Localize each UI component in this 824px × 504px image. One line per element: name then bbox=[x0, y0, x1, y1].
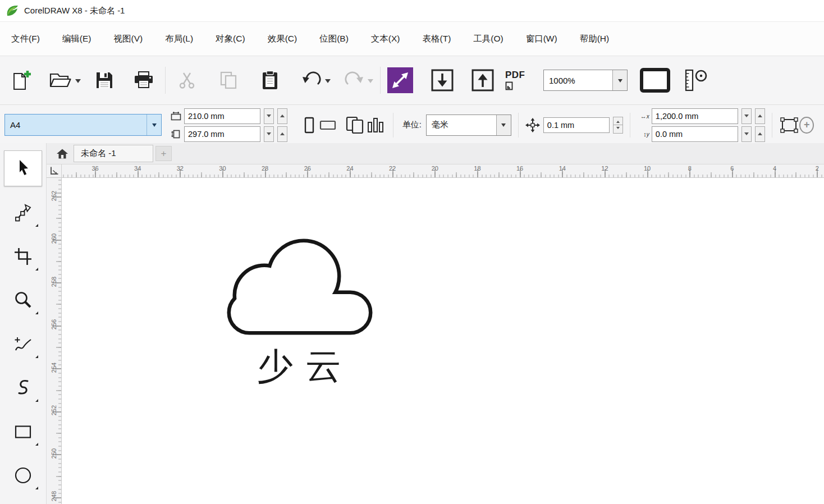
separator bbox=[165, 67, 166, 94]
nudge-decrease-button[interactable] bbox=[613, 125, 623, 134]
horizontal-ruler[interactable]: 36343230282624222018161412108642 bbox=[62, 164, 824, 178]
nudge-spinner bbox=[613, 117, 623, 134]
print-button[interactable] bbox=[129, 63, 158, 98]
all-pages-icon bbox=[345, 116, 365, 135]
crop-tool-icon bbox=[13, 246, 33, 267]
ruler-origin-button[interactable] bbox=[47, 164, 62, 178]
menu-item-window[interactable]: 窗口(W) bbox=[526, 33, 557, 45]
shape-tool-icon bbox=[13, 203, 33, 223]
separator bbox=[393, 113, 393, 138]
zoom-tool[interactable] bbox=[4, 283, 42, 318]
horizontal-ruler-number: 8 bbox=[688, 165, 692, 172]
freehand-tool[interactable] bbox=[4, 327, 42, 361]
cut-button[interactable] bbox=[172, 63, 202, 98]
horizontal-ruler-number: 32 bbox=[177, 165, 184, 172]
menu-item-file[interactable]: 文件(F) bbox=[11, 33, 40, 45]
units-dropdown-arrow[interactable] bbox=[496, 115, 511, 135]
bezier-tool[interactable] bbox=[4, 370, 42, 405]
open-dropdown-arrow[interactable] bbox=[75, 79, 81, 86]
new-document-button[interactable] bbox=[7, 63, 37, 98]
tab-untitled-1[interactable]: 未命名 -1 bbox=[74, 145, 153, 162]
copy-button[interactable] bbox=[214, 63, 243, 98]
quick-customize-icon: + bbox=[804, 120, 810, 130]
units-combobox[interactable]: 毫米 bbox=[426, 114, 511, 136]
property-bar: A4 210.0 mm 297. bbox=[0, 105, 824, 145]
menu-item-text[interactable]: 文本(X) bbox=[371, 33, 400, 45]
redo-button[interactable] bbox=[341, 63, 368, 98]
quick-customize-button[interactable]: + bbox=[799, 117, 814, 134]
pick-tool[interactable] bbox=[4, 150, 42, 186]
menu-item-bitmaps[interactable]: 位图(B) bbox=[319, 33, 349, 45]
publish-pdf-button[interactable]: PDF bbox=[505, 63, 538, 98]
undo-dropdown-arrow[interactable] bbox=[325, 79, 331, 86]
zoom-dropdown-arrow[interactable] bbox=[612, 70, 627, 90]
page-width-decrease-button[interactable] bbox=[264, 108, 274, 124]
landscape-button[interactable] bbox=[318, 113, 337, 138]
cloud-label-text[interactable]: 少云 bbox=[226, 346, 373, 386]
open-button[interactable] bbox=[46, 63, 75, 98]
home-button[interactable] bbox=[53, 146, 71, 162]
rectangle-tool[interactable] bbox=[4, 414, 42, 449]
portrait-button[interactable] bbox=[300, 113, 318, 138]
units-label: 单位: bbox=[402, 120, 422, 130]
page-height-increase-button[interactable] bbox=[277, 126, 287, 142]
export-button[interactable] bbox=[468, 63, 497, 98]
horizontal-ruler-number: 30 bbox=[219, 165, 226, 172]
menu-item-object[interactable]: 对象(C) bbox=[216, 33, 245, 45]
canvas[interactable]: 少云 bbox=[62, 178, 824, 504]
page-height-input[interactable]: 297.0 mm bbox=[184, 126, 260, 142]
page-size-dropdown-arrow[interactable] bbox=[147, 114, 161, 135]
menu-item-table[interactable]: 表格(T) bbox=[423, 33, 451, 45]
fullscreen-preview-button[interactable] bbox=[640, 63, 670, 98]
bezier-tool-icon bbox=[13, 378, 33, 398]
all-pages-button[interactable] bbox=[345, 112, 366, 139]
duplicate-x-icon: ↔x bbox=[637, 113, 649, 120]
page-size-combobox[interactable]: A4 bbox=[4, 114, 162, 136]
page-height-decrease-button[interactable] bbox=[264, 126, 274, 142]
new-document-icon bbox=[11, 69, 33, 91]
duplicate-x-increase-button[interactable] bbox=[755, 108, 765, 124]
document-tab-bar: 未命名 -1 + bbox=[47, 143, 824, 164]
cut-icon bbox=[178, 71, 196, 89]
save-button[interactable] bbox=[90, 63, 119, 98]
page-dimensions: 210.0 mm 297.0 mm bbox=[171, 108, 287, 142]
undo-button[interactable] bbox=[298, 63, 325, 98]
page-width-input[interactable]: 210.0 mm bbox=[184, 108, 260, 124]
shape-tool[interactable] bbox=[4, 195, 42, 230]
duplicate-y-input[interactable]: 0.0 mm bbox=[652, 126, 738, 142]
tab-label: 未命名 -1 bbox=[81, 148, 116, 159]
crop-tool[interactable] bbox=[4, 239, 42, 274]
menu-item-edit[interactable]: 编辑(E) bbox=[62, 33, 91, 45]
menu-item-view[interactable]: 视图(V) bbox=[113, 33, 143, 45]
coreldraw-logo-icon bbox=[6, 4, 19, 17]
ellipse-tool[interactable] bbox=[4, 458, 42, 493]
vertical-ruler[interactable]: 262260258256254252250248 bbox=[47, 178, 62, 504]
zoom-level-combobox[interactable]: 1000% bbox=[543, 70, 628, 91]
duplicate-x-input[interactable]: 1,200.0 mm bbox=[652, 108, 738, 124]
horizontal-ruler-number: 34 bbox=[134, 165, 141, 172]
duplicate-y-value: 0.0 mm bbox=[656, 130, 683, 139]
page-width-increase-button[interactable] bbox=[277, 108, 287, 124]
show-rulers-button[interactable] bbox=[680, 63, 711, 98]
document-area: 未命名 -1 + 3634323028262422201816141210864… bbox=[47, 143, 824, 504]
nudge-increase-button[interactable] bbox=[613, 117, 623, 126]
duplicate-y-decrease-button[interactable] bbox=[741, 126, 752, 142]
paste-button[interactable] bbox=[255, 63, 285, 98]
horizontal-ruler-number: 36 bbox=[91, 165, 98, 172]
current-page-button[interactable] bbox=[365, 112, 386, 139]
new-page-button[interactable]: + bbox=[155, 146, 172, 161]
vertical-ruler-number: 262 bbox=[51, 190, 57, 200]
portrait-icon bbox=[304, 117, 315, 134]
menu-item-layout[interactable]: 布局(L) bbox=[165, 33, 193, 45]
launcher-button[interactable] bbox=[387, 67, 413, 93]
duplicate-y-increase-button[interactable] bbox=[755, 126, 765, 142]
import-button[interactable] bbox=[428, 63, 457, 98]
treat-as-filled-button[interactable] bbox=[779, 112, 800, 139]
menu-item-help[interactable]: 帮助(H) bbox=[580, 33, 610, 45]
cloud-shape[interactable] bbox=[226, 237, 373, 336]
menu-item-tools[interactable]: 工具(O) bbox=[473, 33, 503, 45]
redo-dropdown-arrow[interactable] bbox=[368, 79, 373, 86]
duplicate-x-decrease-button[interactable] bbox=[741, 108, 752, 124]
menu-item-effects[interactable]: 效果(C) bbox=[268, 33, 297, 45]
nudge-offset-input[interactable]: 0.1 mm bbox=[543, 117, 610, 133]
